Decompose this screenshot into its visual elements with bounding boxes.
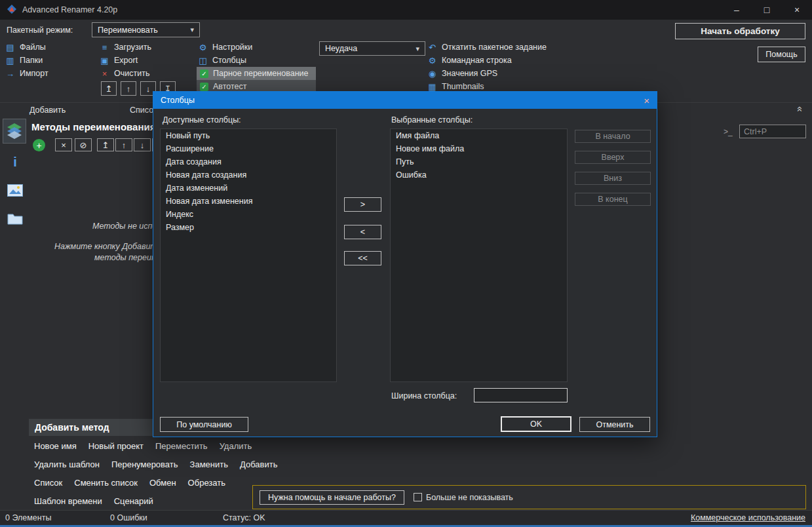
- method-link[interactable]: Обрезать: [188, 478, 225, 488]
- help-button[interactable]: Помощь: [758, 47, 805, 62]
- filter-input[interactable]: [739, 125, 806, 138]
- move-left-button[interactable]: <: [344, 225, 381, 239]
- sidebar-item-folder[interactable]: [7, 213, 24, 227]
- dont-show-again-checkbox[interactable]: [414, 493, 422, 501]
- list-item[interactable]: Размер: [161, 221, 336, 234]
- toolbar-item-undo-batch[interactable]: ↶ Откатить пакетное задание: [427, 41, 547, 54]
- on-error-select[interactable]: Неудача ▾: [319, 41, 425, 56]
- list-item[interactable]: Ошибка: [391, 168, 567, 182]
- method-move-up-button[interactable]: ↑: [115, 138, 132, 151]
- method-link[interactable]: Удалить шаблон: [34, 459, 100, 469]
- method-links-row: Шаблон времени Сценарий: [34, 496, 153, 506]
- toolbar-item-import[interactable]: → Импорт: [5, 67, 48, 80]
- order-to-end-button[interactable]: В конец: [575, 193, 651, 206]
- status-elements-count: 0 Элементы: [5, 513, 51, 522]
- chevron-down-icon: ▾: [416, 45, 419, 53]
- license-link[interactable]: Коммерческое использование: [691, 513, 805, 522]
- list-item[interactable]: Новая дата создания: [161, 168, 336, 182]
- list-item[interactable]: Дата создания: [161, 155, 336, 168]
- method-link[interactable]: Удалить: [220, 441, 252, 451]
- filter-prompt: >_: [724, 127, 733, 136]
- info-icon: i: [13, 155, 17, 170]
- add-method-button[interactable]: +: [33, 139, 45, 151]
- sidebar-item-methods[interactable]: [3, 119, 26, 144]
- add-files-label[interactable]: Добавить: [29, 106, 66, 115]
- remove-method-button[interactable]: ×: [55, 138, 72, 151]
- toolbar-item-folders[interactable]: ▥ Папки: [5, 54, 43, 67]
- start-batch-button[interactable]: Начать обработку: [675, 23, 805, 39]
- list-item[interactable]: Новая дата изменения: [161, 195, 336, 208]
- method-move-top-button[interactable]: ↥: [97, 138, 114, 151]
- app-logo-icon: [7, 4, 17, 16]
- toolbar-item-label: Папки: [20, 56, 43, 65]
- toolbar-item-export[interactable]: ▣ Export: [100, 54, 138, 67]
- sidebar-item-info[interactable]: i: [7, 155, 24, 170]
- list-item[interactable]: Индекс: [161, 208, 336, 221]
- order-to-start-button[interactable]: В начало: [575, 130, 651, 143]
- method-link[interactable]: Заменить: [190, 459, 228, 469]
- list-item[interactable]: Имя файла: [391, 129, 567, 142]
- toolbar-item-label: Настройки: [212, 43, 252, 52]
- method-move-down-button[interactable]: ↓: [134, 138, 151, 151]
- toolbar-item-gps[interactable]: ◉ Значения GPS: [427, 67, 497, 80]
- minimize-button[interactable]: –: [722, 0, 752, 20]
- toolbar-item-pair-rename[interactable]: ✓ Парное переименование: [197, 67, 316, 80]
- method-link[interactable]: Сменить список: [74, 478, 138, 488]
- method-link[interactable]: Новый проект: [88, 441, 144, 451]
- toolbar-item-label: Столбцы: [212, 56, 246, 65]
- toolbar-item-label: Откатить пакетное задание: [442, 43, 547, 52]
- sidebar-item-image[interactable]: [7, 184, 24, 199]
- list-item[interactable]: Расширение: [161, 142, 336, 155]
- method-link[interactable]: Сценарий: [114, 496, 153, 506]
- undo-icon: ↶: [427, 43, 437, 52]
- settings-icon: ⚙: [198, 43, 208, 52]
- disable-method-button[interactable]: ⊘: [75, 138, 92, 151]
- selected-columns-label: Выбранные столбцы:: [391, 115, 473, 125]
- dont-show-again-label: Больше не показывать: [426, 493, 513, 502]
- method-link[interactable]: Новое имя: [34, 441, 77, 451]
- toolbar-item-load[interactable]: ≡ Загрузить: [100, 41, 151, 54]
- order-down-button[interactable]: Вниз: [575, 172, 651, 185]
- dialog-close-icon[interactable]: ×: [644, 95, 649, 106]
- batch-mode-select[interactable]: Переименовать ▾: [92, 22, 200, 37]
- move-all-left-button[interactable]: <<: [344, 251, 381, 265]
- method-link[interactable]: Перенумеровать: [111, 459, 178, 469]
- move-top-button[interactable]: ↥: [101, 81, 117, 96]
- list-item[interactable]: Новое имя файла: [391, 142, 567, 155]
- dialog-title: Столбцы: [161, 96, 195, 105]
- toolbar-item-clear[interactable]: × Очистить: [100, 67, 149, 80]
- columns-dialog: Столбцы × Доступные столбцы: Новый путь …: [153, 91, 657, 437]
- close-button[interactable]: ×: [782, 0, 812, 20]
- window-controls: – □ ×: [722, 0, 812, 20]
- toolbar-item-label: Загрузить: [114, 43, 151, 52]
- method-link[interactable]: Добавить: [240, 459, 277, 469]
- toolbar-item-settings[interactable]: ⚙ Настройки: [198, 41, 252, 54]
- list-item[interactable]: Дата изменений: [161, 182, 336, 195]
- load-icon: ≡: [100, 43, 109, 52]
- column-width-input[interactable]: [474, 388, 568, 402]
- list-item[interactable]: Путь: [391, 155, 567, 168]
- method-link[interactable]: Переместить: [155, 441, 208, 451]
- list-item[interactable]: Новый путь: [161, 129, 336, 142]
- getting-started-help-button[interactable]: Нужна помощь в начале работы?: [260, 490, 404, 505]
- order-up-button[interactable]: Вверх: [575, 151, 651, 164]
- available-columns-label: Доступные столбцы:: [163, 115, 241, 125]
- ok-button[interactable]: OK: [501, 416, 571, 432]
- move-up-button[interactable]: ↑: [121, 81, 136, 96]
- cancel-button[interactable]: Отменить: [579, 417, 650, 432]
- collapse-toolbar-icon[interactable]: «: [795, 106, 806, 111]
- available-columns-list[interactable]: Новый путь Расширение Дата создания Нова…: [160, 128, 337, 382]
- method-link[interactable]: Обмен: [149, 478, 176, 488]
- window-title: Advanced Renamer 4.20p: [22, 5, 117, 14]
- toolbar-item-columns[interactable]: ◫ Столбцы: [198, 54, 246, 67]
- move-right-button[interactable]: >: [344, 197, 381, 212]
- method-links-row: Список Сменить список Обмен Обрезать: [34, 478, 225, 488]
- toolbar-item-command-line[interactable]: ⚙ Командная строка: [427, 54, 512, 67]
- selected-columns-list[interactable]: Имя файла Новое имя файла Путь Ошибка: [390, 128, 568, 382]
- defaults-button[interactable]: По умолчанию: [160, 417, 248, 432]
- toolbar-item-files[interactable]: ▤ Файлы: [5, 41, 46, 54]
- maximize-button[interactable]: □: [752, 0, 782, 20]
- columns-icon: ◫: [198, 56, 208, 66]
- method-link[interactable]: Список: [34, 478, 62, 488]
- method-link[interactable]: Шаблон времени: [34, 496, 102, 506]
